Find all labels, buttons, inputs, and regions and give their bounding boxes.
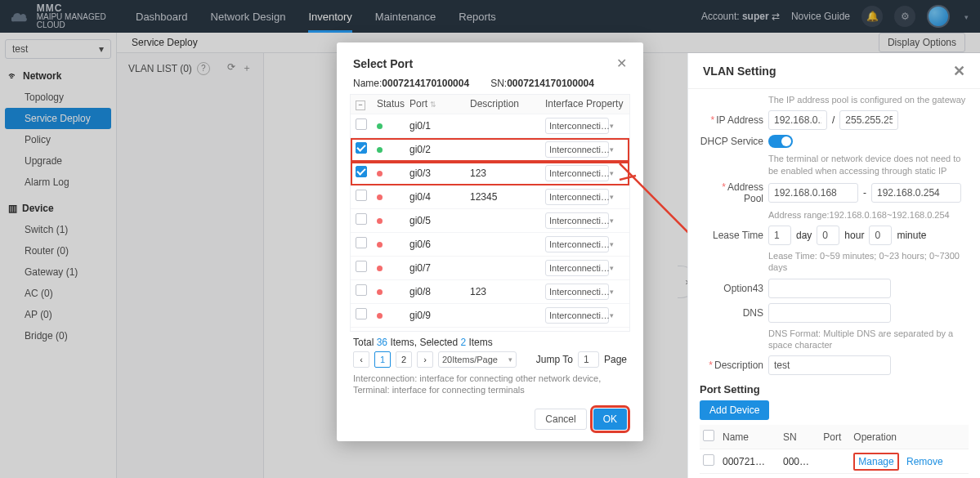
remove-link[interactable]: Remove: [906, 456, 943, 467]
lease-day-input[interactable]: [768, 226, 791, 245]
dhcp-switch[interactable]: [768, 135, 793, 148]
modal-jump-input[interactable]: [578, 351, 599, 368]
lease-label: Lease Time: [700, 230, 763, 241]
col-name: Name: [719, 425, 780, 449]
lease-min-input[interactable]: [869, 226, 892, 245]
desc-input[interactable]: [768, 355, 891, 375]
desc-cell: 123: [465, 280, 540, 304]
interface-property-select[interactable]: Interconnecti…▾: [545, 307, 609, 324]
col-desc: Description: [465, 95, 540, 114]
manage-link[interactable]: Manage: [853, 453, 898, 471]
port-cell: gi0/2: [405, 138, 465, 162]
ip-input[interactable]: [768, 110, 827, 130]
port-row: gi0/412345Interconnecti…▾: [351, 185, 629, 209]
port-row: gi0/7Interconnecti…▾: [351, 257, 629, 280]
close-icon[interactable]: ✕: [953, 62, 965, 80]
status-dot-icon: [377, 266, 383, 271]
unit-day: day: [796, 230, 812, 241]
modal-prev-page[interactable]: ‹: [353, 351, 369, 368]
dns-label: DNS: [700, 307, 763, 319]
modal-jump-suffix: Page: [604, 354, 627, 365]
port-row: gi0/8123Interconnecti…▾: [351, 280, 629, 304]
unit-hour: hour: [844, 230, 864, 241]
modal-close-icon[interactable]: ✕: [616, 56, 627, 71]
col-port-sort[interactable]: Port: [405, 95, 465, 114]
col-status: Status: [372, 95, 405, 114]
desc-cell: [465, 209, 540, 233]
interface-property-select[interactable]: Interconnecti…▾: [545, 260, 609, 276]
lease-hint: Lease Time: 0~59 minutes; 0~23 hours; 0~…: [768, 250, 969, 274]
col-port: Port: [820, 425, 850, 449]
status-dot-icon: [377, 242, 383, 248]
interface-property-select[interactable]: Interconnecti…▾: [545, 118, 609, 134]
port-row-checkbox[interactable]: [356, 308, 367, 319]
collapse-all-icon[interactable]: −: [356, 101, 365, 110]
option43-input[interactable]: [768, 279, 891, 298]
port-row-checkbox[interactable]: [356, 118, 367, 130]
ip-label: IP Address: [700, 114, 763, 126]
pool-from-input[interactable]: [768, 183, 858, 203]
desc-cell: [465, 304, 540, 328]
interface-property-select[interactable]: Interconnecti…▾: [545, 212, 609, 229]
port-row-checkbox[interactable]: [356, 237, 367, 248]
dhcp-hint: The terminal or network device does not …: [768, 153, 969, 176]
modal-page-2[interactable]: 2: [396, 351, 412, 368]
lease-hour-input[interactable]: [817, 226, 839, 245]
desc-cell: [465, 138, 540, 162]
port-table: − Status Port Description Interface Prop…: [350, 94, 630, 332]
pool-to-input[interactable]: [871, 183, 961, 203]
port-cell: gi0/3: [405, 162, 465, 185]
unit-min: minute: [897, 230, 926, 241]
modal-next-page[interactable]: ›: [417, 351, 433, 368]
port-cell: gi0/1: [405, 114, 465, 138]
desc-cell: [465, 233, 540, 257]
port-row-checkbox[interactable]: [356, 213, 367, 225]
port-cell: gi0/4: [405, 185, 465, 209]
modal-page-size[interactable]: 20Items/Page▾: [438, 351, 517, 368]
port-row-checkbox[interactable]: [356, 261, 367, 272]
modal-legend: Interconnection: interface for connectin…: [337, 373, 643, 403]
status-dot-icon: [377, 123, 383, 129]
port-row-checkbox[interactable]: [356, 190, 367, 201]
port-row-checkbox[interactable]: [356, 166, 367, 177]
interface-property-select[interactable]: Interconnecti…▾: [545, 189, 609, 205]
dhcp-label: DHCP Service: [700, 136, 763, 147]
row-name: 000721…: [719, 449, 780, 474]
desc-cell: [465, 328, 540, 331]
modal-name: Name:0007214170100004: [353, 78, 469, 89]
dns-input[interactable]: [768, 303, 891, 323]
port-row: gi0/5Interconnecti…▾: [351, 209, 629, 233]
interface-property-select[interactable]: Interconnecti…▾: [545, 141, 609, 158]
add-device-button[interactable]: Add Device: [700, 400, 769, 420]
select-all-checkbox[interactable]: [703, 430, 714, 441]
col-prop: Interface Property: [540, 95, 629, 114]
port-row: gi0/6Interconnecti…▾: [351, 233, 629, 257]
port-row: gi0/2Interconnecti…▾: [351, 138, 629, 162]
vlan-setting-panel: VLAN Setting ✕ The IP address pool is co…: [687, 53, 980, 478]
cancel-button[interactable]: Cancel: [535, 409, 586, 430]
port-cell: gi0/10: [405, 328, 465, 331]
interface-property-select[interactable]: Interconnecti…▾: [545, 236, 609, 252]
port-row: gi0/9Interconnecti…▾: [351, 304, 629, 328]
status-dot-icon: [377, 313, 383, 319]
port-row-checkbox[interactable]: [356, 142, 367, 154]
interface-property-select[interactable]: Interconnecti…▾: [545, 284, 609, 300]
status-dot-icon: [377, 171, 383, 176]
desc-label: Description: [700, 360, 763, 371]
port-row-checkbox[interactable]: [356, 284, 367, 296]
port-row: gi0/10Interconnecti…▾: [351, 328, 629, 331]
port-cell: gi0/5: [405, 209, 465, 233]
port-row: gi0/1Interconnecti…▾: [351, 114, 629, 138]
desc-cell: [465, 114, 540, 138]
interface-property-select[interactable]: Interconnecti…▾: [545, 165, 609, 181]
row-checkbox[interactable]: [703, 454, 714, 466]
status-dot-icon: [377, 194, 383, 200]
desc-cell: [465, 257, 540, 280]
mask-input[interactable]: [839, 110, 898, 130]
ok-button[interactable]: OK: [593, 409, 627, 430]
desc-cell: 12345: [465, 185, 540, 209]
modal-sn: SN:0007214170100004: [490, 78, 594, 89]
modal-page-1[interactable]: 1: [374, 351, 391, 368]
status-dot-icon: [377, 289, 383, 295]
modal-jump-label: Jump To: [536, 354, 573, 365]
